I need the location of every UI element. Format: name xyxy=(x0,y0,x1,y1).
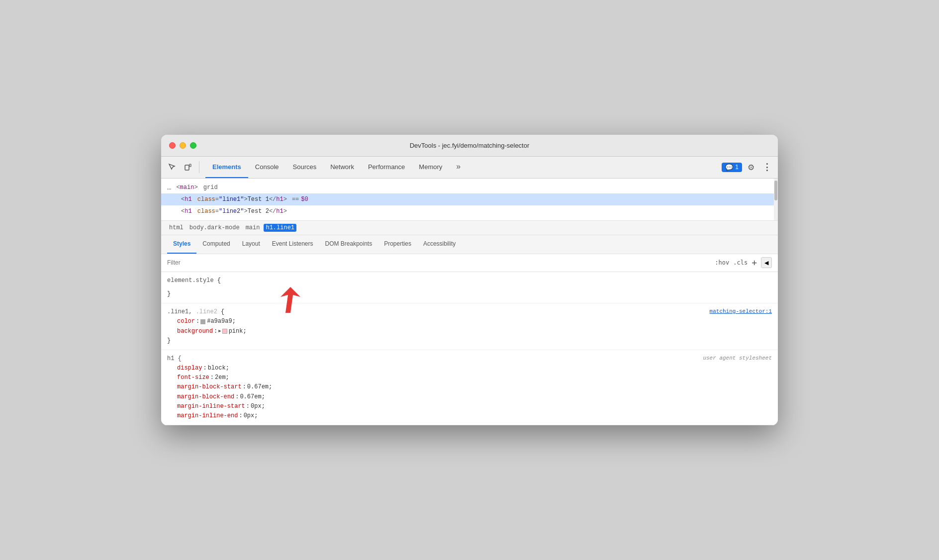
close-button[interactable] xyxy=(169,142,176,149)
toolbar-icons xyxy=(165,160,201,174)
dom-tag-h1-line1: <h1 class="line1">Test 1</h1> xyxy=(181,194,287,204)
breadcrumb: html body.dark-mode main h1.line1 xyxy=(161,221,778,235)
devtools-tabs: Elements Console Sources Network Perform… xyxy=(205,157,722,178)
minimize-button[interactable] xyxy=(180,142,186,149)
tab-console[interactable]: Console xyxy=(248,157,286,178)
tab-elements[interactable]: Elements xyxy=(205,157,248,178)
css-selector-element-style: element.style { xyxy=(167,276,221,285)
badge-count: 1 xyxy=(735,164,739,171)
tab-event-listeners[interactable]: Event Listeners xyxy=(266,235,319,254)
rule-header-line1-line2: .line1, .line2 { matching-selector:1 xyxy=(167,307,772,317)
css-rule-h1: h1 { user agent stylesheet display : blo… xyxy=(161,350,778,425)
css-property-font-size: font-size : 2em; xyxy=(167,373,772,382)
maximize-button[interactable] xyxy=(190,142,196,149)
css-property-display: display : block; xyxy=(167,364,772,373)
tab-dom-breakpoints[interactable]: DOM Breakpoints xyxy=(319,235,378,254)
rule-header-h1: h1 { user agent stylesheet xyxy=(167,354,772,364)
tab-computed[interactable]: Computed xyxy=(196,235,236,254)
dom-tag-h1-line2: <h1 class="line2">Test 2</h1> xyxy=(181,206,287,216)
dom-equals: == xyxy=(292,194,299,204)
toggle-sidebar-button[interactable]: ◀ xyxy=(761,257,772,268)
breadcrumb-h1-line1[interactable]: h1.line1 xyxy=(264,224,296,232)
tab-styles[interactable]: Styles xyxy=(167,235,196,254)
dom-tag: <main> grid xyxy=(176,183,217,192)
device-toolbar-button[interactable] xyxy=(181,160,195,174)
css-selector-line1-line2: .line1, .line2 { xyxy=(167,307,224,317)
css-rule-line1-line2: .line1, .line2 { matching-selector:1 col… xyxy=(161,303,778,350)
filter-input[interactable] xyxy=(167,259,715,266)
css-close-brace-line1: } xyxy=(167,336,772,346)
css-rule-element-style: element.style { } xyxy=(161,272,778,303)
toolbar-right: 💬 1 ⚙ ⋮ xyxy=(722,160,774,174)
css-source-link-line1[interactable]: matching-selector:1 xyxy=(710,307,772,316)
badge-icon: 💬 xyxy=(725,164,733,171)
css-selector-h1: h1 { xyxy=(167,354,182,364)
breadcrumb-html[interactable]: html xyxy=(167,224,186,232)
rule-header-element-style: element.style { xyxy=(167,276,772,285)
devtools-window: DevTools - jec.fyi/demo/matching-selecto… xyxy=(161,135,778,425)
tab-properties[interactable]: Properties xyxy=(378,235,417,254)
uas-label: user agent stylesheet xyxy=(703,354,772,363)
filter-bar: :hov .cls + ◀ xyxy=(161,254,778,272)
color-swatch[interactable] xyxy=(200,319,205,324)
titlebar: DevTools - jec.fyi/demo/matching-selecto… xyxy=(161,135,778,157)
add-rule-button[interactable]: + xyxy=(751,258,757,267)
hov-button[interactable]: :hov xyxy=(715,259,729,266)
inspect-element-button[interactable] xyxy=(165,160,179,174)
css-property-margin-inline-start: margin-inline-start : 0px; xyxy=(167,402,772,411)
more-options-icon: ⋮ xyxy=(762,162,771,173)
settings-icon: ⚙ xyxy=(748,163,754,172)
background-swatch[interactable] xyxy=(222,329,227,334)
tab-more[interactable]: » xyxy=(449,157,468,178)
css-property-margin-block-start: margin-block-start : 0.67em; xyxy=(167,382,772,392)
dom-row-h1-line1[interactable]: <h1 class="line1">Test 1</h1> == $0 xyxy=(161,193,778,205)
tab-performance[interactable]: Performance xyxy=(361,157,412,178)
svg-rect-0 xyxy=(185,165,189,170)
dom-tree: … <main> grid <h1 class="line1">Test 1</… xyxy=(161,179,778,221)
dom-scrollbar[interactable] xyxy=(774,179,778,220)
tab-accessibility[interactable]: Accessibility xyxy=(417,235,462,254)
css-property-color: color : #a9a9a9; xyxy=(167,317,772,326)
window-title: DevTools - jec.fyi/demo/matching-selecto… xyxy=(410,142,530,149)
settings-button[interactable]: ⚙ xyxy=(744,160,758,174)
cls-button[interactable]: .cls xyxy=(733,259,748,266)
dom-scrollbar-thumb xyxy=(774,181,777,200)
dom-ellipsis: … xyxy=(167,183,171,192)
devtools-toolbar: Elements Console Sources Network Perform… xyxy=(161,157,778,179)
css-property-margin-inline-end: margin-inline-end : 0px; xyxy=(167,411,772,421)
dom-row-h1-line2[interactable]: <h1 class="line2">Test 2</h1> xyxy=(161,205,778,217)
css-panel: element.style { } .line1, .line2 { match… xyxy=(161,272,778,425)
css-property-background: background : ▶ pink; xyxy=(167,327,772,336)
tab-memory[interactable]: Memory xyxy=(412,157,449,178)
css-property-margin-block-end: margin-block-end : 0.67em; xyxy=(167,392,772,402)
traffic-lights xyxy=(169,142,196,149)
tab-sources[interactable]: Sources xyxy=(286,157,324,178)
dom-dollar: $0 xyxy=(301,194,308,204)
breadcrumb-main[interactable]: main xyxy=(244,224,262,232)
toolbar-divider xyxy=(199,161,199,173)
filter-actions: :hov .cls + ◀ xyxy=(715,257,772,268)
breadcrumb-body[interactable]: body.dark-mode xyxy=(188,224,242,232)
dom-row-main[interactable]: … <main> grid xyxy=(161,182,778,193)
styles-panel-tabs: Styles Computed Layout Event Listeners D… xyxy=(161,235,778,254)
expand-triangle-icon[interactable]: ▶ xyxy=(218,328,221,335)
more-options-button[interactable]: ⋮ xyxy=(760,160,774,174)
tab-layout[interactable]: Layout xyxy=(236,235,266,254)
notifications-badge[interactable]: 💬 1 xyxy=(722,163,742,172)
tab-network[interactable]: Network xyxy=(323,157,361,178)
svg-rect-1 xyxy=(189,164,191,167)
css-close-brace-element-style: } xyxy=(167,289,772,299)
